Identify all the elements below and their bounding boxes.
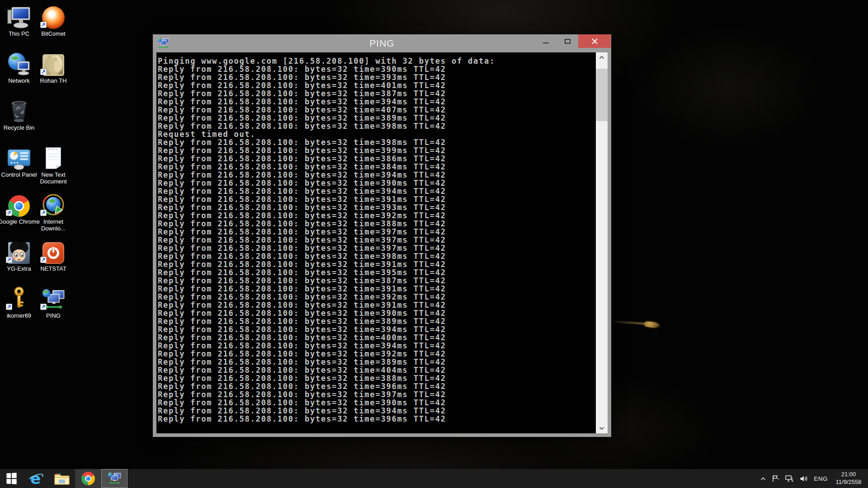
- shortcut-arrow-icon: [40, 69, 47, 75]
- console-line: Reply from 216.58.208.100: bytes=32 time…: [158, 415, 596, 423]
- console-area[interactable]: Pinging www.google.com [216.58.208.100] …: [156, 52, 608, 433]
- console-line: Reply from 216.58.208.100: bytes=32 time…: [158, 350, 596, 358]
- console-line: Reply from 216.58.208.100: bytes=32 time…: [158, 122, 596, 130]
- console-line: Reply from 216.58.208.100: bytes=32 time…: [158, 390, 596, 399]
- desktop-icon-label: BitComet: [32, 30, 75, 37]
- yg-extra-icon: [7, 239, 31, 264]
- text-document-icon: [41, 145, 66, 170]
- minimize-button[interactable]: [535, 34, 557, 48]
- scrollbar-thumb[interactable]: [596, 69, 608, 121]
- console-line: Reply from 216.58.208.100: bytes=32 time…: [158, 220, 596, 228]
- action-center-flag[interactable]: [772, 475, 779, 482]
- start-button[interactable]: [0, 469, 23, 488]
- desktop-icon-internet-download-manager[interactable]: Internet Downlo...: [36, 192, 71, 232]
- language-indicator[interactable]: ENG: [814, 475, 828, 482]
- speaker-icon: [800, 475, 808, 482]
- console-line: Reply from 216.58.208.100: bytes=32 time…: [158, 187, 596, 195]
- console-line: Reply from 216.58.208.100: bytes=32 time…: [158, 146, 596, 155]
- recycle-bin-icon: [7, 98, 31, 123]
- console-line: Reply from 216.58.208.100: bytes=32 time…: [158, 252, 596, 260]
- ping-network-icon: [107, 472, 122, 485]
- console-line: Reply from 216.58.208.100: bytes=32 time…: [158, 89, 596, 98]
- network-status-icon[interactable]: [785, 475, 794, 482]
- shortcut-arrow-icon: [40, 304, 47, 310]
- desktop-icon-google-chrome[interactable]: Google Chrome: [2, 192, 36, 225]
- console-line: Reply from 216.58.208.100: bytes=32 time…: [158, 260, 596, 268]
- console-line: Reply from 216.58.208.100: bytes=32 time…: [158, 171, 596, 179]
- console-line: Reply from 216.58.208.100: bytes=32 time…: [158, 309, 596, 317]
- computer-icon: [7, 4, 31, 29]
- taskbar-clock[interactable]: 21:00 11/9/2558: [834, 471, 863, 486]
- console-line: Reply from 216.58.208.100: bytes=32 time…: [158, 65, 596, 73]
- console-line: Reply from 216.58.208.100: bytes=32 time…: [158, 407, 596, 415]
- ping-window: PING Pinging www.google.com [216.58.208.…: [153, 34, 611, 437]
- scroll-down-arrow[interactable]: [596, 423, 608, 433]
- taskbar-internet-explorer[interactable]: e: [23, 469, 49, 488]
- bitcomet-icon: [41, 4, 66, 29]
- chevron-up-icon: [599, 56, 604, 59]
- desktop-icon-netstat[interactable]: NETSTAT: [36, 239, 71, 272]
- shortcut-arrow-icon: [6, 257, 12, 263]
- network-globe-icon: [7, 51, 31, 76]
- chevron-down-icon: [599, 427, 604, 430]
- console-line: Reply from 216.58.208.100: bytes=32 time…: [158, 366, 596, 374]
- control-panel-icon: [7, 145, 31, 170]
- console-line: Reply from 216.58.208.100: bytes=32 time…: [158, 236, 596, 244]
- volume-icon-button[interactable]: [800, 475, 808, 482]
- desktop-icon-recycle-bin[interactable]: Recycle Bin: [2, 98, 36, 131]
- window-ping-network-icon[interactable]: [157, 37, 170, 50]
- system-tray: ENG 21:00 11/9/2558: [760, 469, 868, 488]
- taskbar-ping-window[interactable]: [101, 469, 127, 488]
- desktop-icon-ping[interactable]: PING: [36, 286, 71, 319]
- desktop-icon-bitcomet[interactable]: BitComet: [36, 4, 71, 37]
- desktop-icon-label: Rohan TH: [32, 77, 75, 84]
- shortcut-arrow-icon: [40, 210, 47, 216]
- wallpaper-hook-artwork: [611, 316, 663, 332]
- console-line: Reply from 216.58.208.100: bytes=32 time…: [158, 268, 596, 277]
- close-icon: [591, 38, 598, 45]
- chrome-icon: [7, 192, 31, 217]
- console-line: Reply from 216.58.208.100: bytes=32 time…: [158, 301, 596, 309]
- chrome-icon: [81, 472, 95, 485]
- internet-explorer-icon: e: [28, 471, 43, 486]
- show-hidden-icons-button[interactable]: [760, 477, 766, 481]
- key-icon: [7, 286, 31, 311]
- console-output: Pinging www.google.com [216.58.208.100] …: [156, 52, 596, 433]
- close-button[interactable]: [578, 34, 611, 48]
- desktop-icon-this-pc[interactable]: This PC: [2, 4, 36, 37]
- scroll-up-arrow[interactable]: [596, 52, 608, 62]
- console-line: Request timed out.: [158, 130, 596, 138]
- desktop-icon-network[interactable]: Network: [2, 51, 36, 84]
- taskbar-file-explorer[interactable]: [49, 469, 75, 488]
- console-line: Reply from 216.58.208.100: bytes=32 time…: [158, 138, 596, 146]
- console-line: Reply from 216.58.208.100: bytes=32 time…: [158, 106, 596, 114]
- network-icon: [785, 475, 794, 482]
- idm-icon: [41, 192, 66, 217]
- desktop-icon-rohan-th[interactable]: Rohan TH: [36, 51, 71, 84]
- vertical-scrollbar[interactable]: [596, 52, 608, 433]
- console-line: Reply from 216.58.208.100: bytes=32 time…: [158, 342, 596, 350]
- flag-icon: [772, 475, 779, 482]
- console-line: Reply from 216.58.208.100: bytes=32 time…: [158, 325, 596, 333]
- console-line: Reply from 216.58.208.100: bytes=32 time…: [158, 211, 596, 220]
- window-titlebar[interactable]: PING: [153, 34, 611, 52]
- console-line: Reply from 216.58.208.100: bytes=32 time…: [158, 333, 596, 342]
- console-line: Reply from 216.58.208.100: bytes=32 time…: [158, 195, 596, 203]
- desktop-icon-label: NETSTAT: [32, 265, 75, 272]
- taskbar-chrome[interactable]: [75, 469, 101, 488]
- ping-network-icon: [41, 286, 66, 311]
- desktop-icon-label: Internet Downlo...: [32, 218, 75, 232]
- maximize-button[interactable]: [557, 34, 578, 48]
- desktop-icon-control-panel[interactable]: Control Panel: [2, 145, 36, 178]
- console-line: Reply from 216.58.208.100: bytes=32 time…: [158, 203, 596, 211]
- desktop-icon-ikorner69[interactable]: ikorner69: [2, 286, 36, 319]
- console-line: Reply from 216.58.208.100: bytes=32 time…: [158, 81, 596, 89]
- folder-icon: [54, 472, 70, 485]
- taskbar: e: [0, 469, 868, 488]
- clock-time: 21:00: [834, 471, 863, 479]
- desktop-icon-yg-extra[interactable]: YG-Extra: [2, 239, 36, 272]
- desktop-icon-new-text-document[interactable]: New Text Document: [36, 145, 71, 185]
- shortcut-arrow-icon: [40, 22, 47, 28]
- console-line: Reply from 216.58.208.100: bytes=32 time…: [158, 317, 596, 325]
- rohan-game-icon: [41, 51, 66, 76]
